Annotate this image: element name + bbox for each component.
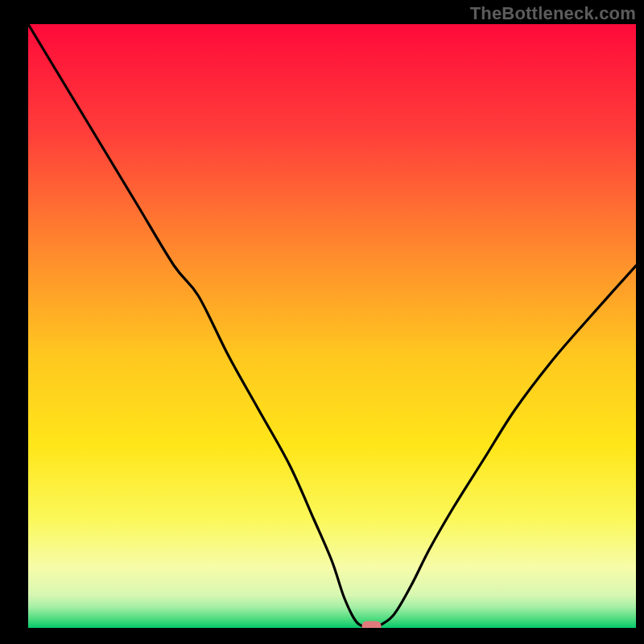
watermark-text: TheBottleneck.com xyxy=(470,3,636,24)
chart-frame: TheBottleneck.com xyxy=(0,0,644,644)
optimal-marker xyxy=(362,621,382,632)
gradient-background xyxy=(28,24,636,628)
bottleneck-chart xyxy=(0,0,644,644)
